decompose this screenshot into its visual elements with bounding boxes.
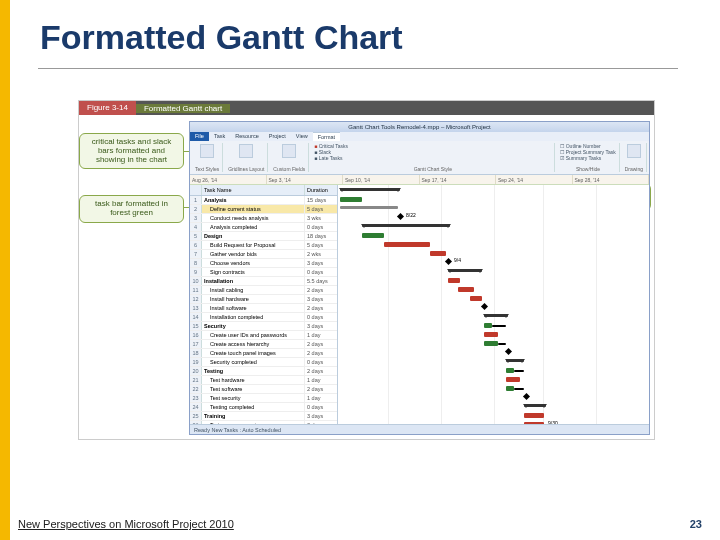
- tab-file[interactable]: File: [190, 132, 209, 141]
- gantt-bar: [340, 188, 400, 191]
- figure-number: Figure 3-14: [79, 101, 136, 115]
- table-row[interactable]: 19Security completed0 days: [190, 358, 337, 367]
- gantt-bar: [340, 197, 362, 202]
- ribbon-group-drawing: Drawing: [622, 143, 647, 172]
- footer: New Perspectives on Microsoft Project 20…: [18, 518, 702, 530]
- callout-critical-slack: critical tasks and slack bars formatted …: [79, 133, 184, 169]
- figure-container: Figure 3-14 Formatted Gantt chart critic…: [78, 100, 655, 440]
- table-header: Task NameDuration: [190, 185, 337, 196]
- table-row[interactable]: 2Define current status5 days: [190, 205, 337, 214]
- table-row[interactable]: 23Test security1 day: [190, 394, 337, 403]
- table-row[interactable]: 8Choose vendors3 days: [190, 259, 337, 268]
- table-row[interactable]: 24Testing completed0 days: [190, 403, 337, 412]
- ribbon-group-format: Text Styles: [192, 143, 223, 172]
- slack-bar: [514, 370, 524, 372]
- drawing-icon[interactable]: [627, 144, 641, 158]
- table-row[interactable]: 21Test hardware1 day: [190, 376, 337, 385]
- gantt-bar: [458, 287, 474, 292]
- table-row[interactable]: 1Analysis15 days: [190, 196, 337, 205]
- gantt-bar: [470, 296, 482, 301]
- gantt-bar: [384, 242, 430, 247]
- gantt-chart: 8/22 9/4: [338, 185, 649, 424]
- figure-caption: Formatted Gantt chart: [136, 104, 230, 113]
- gantt-bar: [484, 332, 498, 337]
- gantt-bar: [506, 368, 514, 373]
- gantt-bar: [362, 224, 450, 227]
- table-row[interactable]: 26Train management3 days: [190, 421, 337, 424]
- table-row[interactable]: 25Training3 days: [190, 412, 337, 421]
- timeline-header: Aug 26, '14 Sep 3, '14 Sep 10, '14 Sep 1…: [190, 175, 649, 185]
- gantt-bar: [506, 359, 524, 362]
- table-row[interactable]: 14Installation completed0 days: [190, 313, 337, 322]
- ribbon-group-columns: Custom Fields: [270, 143, 309, 172]
- gantt-bar: [524, 413, 544, 418]
- project-window: Gantt Chart Tools Remodel-4.mpp – Micros…: [189, 121, 650, 435]
- table-row[interactable]: 7Gather vendor bids2 wks: [190, 250, 337, 259]
- footer-text: New Perspectives on Microsoft Project 20…: [18, 518, 234, 530]
- text-styles-icon[interactable]: [200, 144, 214, 158]
- slide: Formatted Gantt Chart Figure 3-14 Format…: [0, 0, 720, 540]
- insert-column-icon[interactable]: [282, 144, 296, 158]
- tab-task[interactable]: Task: [209, 132, 230, 141]
- table-row[interactable]: 4Analysis completed0 days: [190, 223, 337, 232]
- gantt-bar: [448, 278, 460, 283]
- gantt-bar: [524, 422, 544, 424]
- status-bar: Ready New Tasks : Auto Scheduled: [190, 424, 649, 434]
- window-title: Gantt Chart Tools Remodel-4.mpp – Micros…: [190, 122, 649, 132]
- gantt-bar: [340, 206, 398, 209]
- ribbon-group-gridlines: Gridlines Layout: [225, 143, 268, 172]
- tab-project[interactable]: Project: [264, 132, 291, 141]
- gantt-bar: [362, 233, 384, 238]
- gantt-bar: [484, 314, 508, 317]
- figure-header: Figure 3-14 Formatted Gantt chart: [79, 101, 654, 115]
- table-row[interactable]: 3Conduct needs analysis3 wks: [190, 214, 337, 223]
- table-row[interactable]: 13Install software2 days: [190, 304, 337, 313]
- gantt-bar: [506, 386, 514, 391]
- slack-bar: [514, 388, 524, 390]
- slack-bar: [492, 325, 506, 327]
- gantt-bar: [430, 251, 446, 256]
- table-row[interactable]: 18Create touch panel images2 days: [190, 349, 337, 358]
- tab-resource[interactable]: Resource: [230, 132, 264, 141]
- ribbon-group-show: ☐ Outline Number☐ Project Summary Task☑ …: [557, 143, 619, 172]
- ribbon: Text Styles Gridlines Layout Custom Fiel…: [190, 141, 649, 175]
- gantt-bar: [484, 323, 492, 328]
- table-row[interactable]: 17Create access hierarchy2 days: [190, 340, 337, 349]
- ribbon-group-barstyles: ■ Critical Tasks■ Slack■ Late TasksGantt…: [311, 143, 555, 172]
- table-row[interactable]: 12Install hardware3 days: [190, 295, 337, 304]
- gantt-bar: [448, 269, 482, 272]
- table-row[interactable]: 9Sign contracts0 days: [190, 268, 337, 277]
- task-table: Task NameDuration 1Analysis15 days2Defin…: [190, 185, 338, 424]
- table-row[interactable]: 16Create user IDs and passwords1 day: [190, 331, 337, 340]
- page-number: 23: [690, 518, 702, 530]
- tab-view[interactable]: View: [291, 132, 313, 141]
- table-row[interactable]: 11Install cabling2 days: [190, 286, 337, 295]
- callout-forest-green: task bar formatted in forest green: [79, 195, 184, 223]
- table-row[interactable]: 5Design18 days: [190, 232, 337, 241]
- tab-format[interactable]: Format: [313, 132, 340, 141]
- table-row[interactable]: 20Testing2 days: [190, 367, 337, 376]
- gantt-bar: [484, 341, 498, 346]
- table-row[interactable]: 10Installation5.5 days: [190, 277, 337, 286]
- accent-bar: [0, 0, 10, 540]
- project-body: Task NameDuration 1Analysis15 days2Defin…: [190, 185, 649, 424]
- title-rule: [38, 68, 678, 69]
- gantt-bar: [506, 377, 520, 382]
- table-row[interactable]: 22Test software2 days: [190, 385, 337, 394]
- slack-bar: [498, 343, 506, 345]
- gridlines-icon[interactable]: [239, 144, 253, 158]
- gantt-bar: [524, 404, 546, 407]
- table-row[interactable]: 15Security3 days: [190, 322, 337, 331]
- table-row[interactable]: 6Build Request for Proposal5 days: [190, 241, 337, 250]
- page-title: Formatted Gantt Chart: [40, 18, 403, 57]
- ribbon-tabs: File Task Resource Project View Format: [190, 132, 649, 141]
